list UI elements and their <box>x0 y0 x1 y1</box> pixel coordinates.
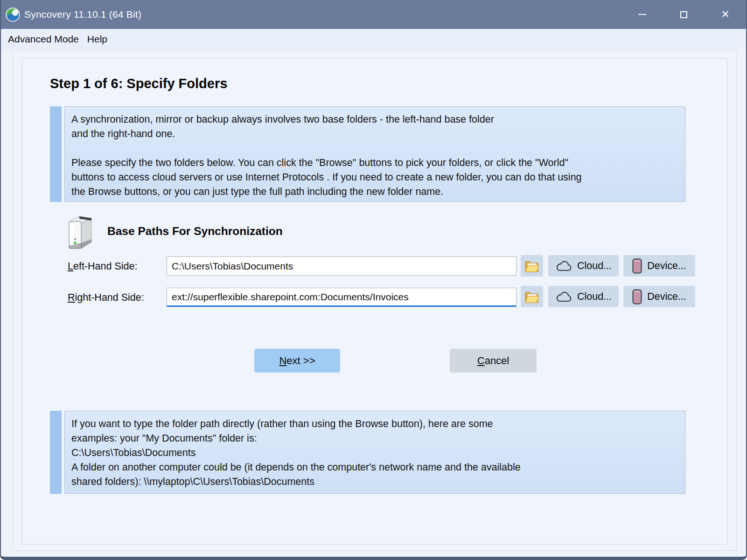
external-drive-icon <box>65 214 95 251</box>
cloud-button-label: Cloud... <box>577 291 612 303</box>
menu-help[interactable]: Help <box>83 32 112 47</box>
page-title: Step 1 of 6: Specify Folders <box>50 76 227 91</box>
smartphone-icon <box>632 289 642 304</box>
browse-left-button[interactable] <box>521 255 543 277</box>
folder-icon <box>524 290 539 304</box>
close-icon: ✕ <box>721 9 729 20</box>
folder-icon <box>524 259 539 273</box>
maximize-icon <box>680 11 687 18</box>
titlebar: Syncovery 11.10.1 (64 Bit) ✕ <box>1 0 746 29</box>
cloud-right-button[interactable]: Cloud... <box>548 286 619 307</box>
device-right-button[interactable]: Device... <box>623 286 695 307</box>
info-accent-bar <box>50 106 62 202</box>
cloud-left-button[interactable]: Cloud... <box>548 255 619 277</box>
cloud-icon <box>555 260 572 272</box>
cloud-button-label: Cloud... <box>577 260 612 272</box>
minimize-button[interactable] <box>621 0 663 29</box>
device-button-label: Device... <box>647 291 686 303</box>
left-path-input[interactable] <box>167 256 517 276</box>
info-accent-bar <box>50 411 62 494</box>
section-title: Base Paths For Synchronization <box>107 225 283 238</box>
next-button[interactable]: Next >> <box>254 349 340 373</box>
syncovery-window: Syncovery 11.10.1 (64 Bit) ✕ Advanced Mo… <box>0 0 747 560</box>
window-title: Syncovery 11.10.1 (64 Bit) <box>24 9 141 20</box>
right-path-input[interactable] <box>167 288 517 307</box>
window-controls: ✕ <box>621 0 746 29</box>
left-hand-side-label: Left-Hand Side: <box>68 261 137 272</box>
syncovery-logo-icon <box>6 7 20 22</box>
device-button-label: Device... <box>647 260 686 272</box>
intro-note: A synchronization, mirror or backup alwa… <box>64 106 685 202</box>
right-hand-side-label: Right-Hand Side: <box>68 292 144 304</box>
examples-note: If you want to type the folder path dire… <box>64 411 685 494</box>
browse-right-button[interactable] <box>521 286 543 307</box>
minimize-icon <box>638 14 646 15</box>
menu-advanced-mode[interactable]: Advanced Mode <box>4 32 83 47</box>
cancel-button[interactable]: Cancel <box>450 349 537 373</box>
device-left-button[interactable]: Device... <box>623 255 695 277</box>
menubar: Advanced Mode Help <box>1 29 746 49</box>
cloud-icon <box>555 291 572 303</box>
maximize-button[interactable] <box>663 0 705 29</box>
smartphone-icon <box>632 258 642 274</box>
close-button[interactable]: ✕ <box>705 0 746 29</box>
